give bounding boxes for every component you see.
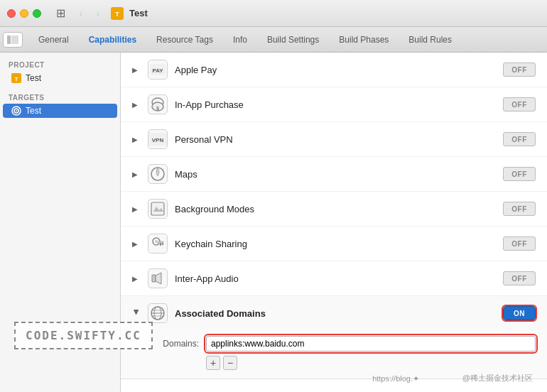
maps-icon — [148, 164, 168, 184]
content-panel: ▶ PAY Apple Pay OFF ▶ — [121, 53, 547, 392]
apple-pay-icon: PAY — [148, 60, 168, 80]
apple-pay-toggle[interactable]: OFF — [503, 62, 536, 77]
expand-vpn-arrow[interactable]: ▶ — [132, 136, 141, 143]
watermark: CODE.SWIFTY.CC — [14, 322, 153, 349]
expand-bg-modes-arrow[interactable]: ▶ — [132, 205, 141, 213]
capability-keychain-row: ▶ Keychain Sharing OFF — [121, 227, 547, 261]
attribution1: https://blog.✦ — [372, 374, 419, 383]
expand-keychain-arrow[interactable]: ▶ — [132, 240, 141, 248]
close-button[interactable] — [7, 9, 16, 18]
add-domain-button[interactable]: + — [206, 356, 220, 370]
bg-modes-toggle[interactable]: OFF — [503, 202, 536, 216]
main-wrapper: PROJECT T Test TARGETS — [0, 53, 547, 392]
traffic-lights — [7, 9, 41, 18]
minimize-button[interactable] — [20, 9, 28, 18]
iap-icon: $ — [148, 94, 168, 114]
forward-arrow[interactable]: › — [91, 6, 105, 21]
domains-label: Associated Domains — [175, 308, 496, 319]
domains-expanded-section: Domains: + − — [121, 330, 547, 379]
vpn-label: Personal VPN — [175, 134, 496, 145]
capability-iap-row: ▶ $ In-App Purchase OFF — [121, 87, 547, 122]
vpn-icon: VPN — [148, 129, 168, 149]
expand-apple-pay-arrow[interactable]: ▶ — [132, 66, 141, 74]
svg-rect-22 — [160, 243, 161, 246]
tab-resource-tags[interactable]: Resource Tags — [146, 32, 223, 48]
tab-general[interactable]: General — [28, 32, 79, 48]
titlebar: ⊞ ‹ › T Test — [0, 0, 547, 27]
project-name: Test — [26, 73, 41, 83]
window-title: Test — [129, 8, 148, 18]
tab-build-rules[interactable]: Build Rules — [399, 32, 462, 48]
audio-label: Inter-App Audio — [175, 273, 496, 284]
tab-info[interactable]: Info — [223, 32, 257, 48]
targets-section-label: TARGETS — [0, 91, 120, 103]
capability-apple-pay-row: ▶ PAY Apple Pay OFF — [121, 53, 547, 87]
project-file-icon: T — [11, 73, 21, 83]
vpn-toggle[interactable]: OFF — [503, 132, 536, 146]
tab-build-settings[interactable]: Build Settings — [257, 32, 329, 48]
svg-rect-21 — [162, 243, 163, 245]
svg-text:VPN: VPN — [152, 137, 164, 143]
domains-icon — [148, 303, 168, 323]
expand-maps-arrow[interactable]: ▶ — [132, 170, 141, 178]
back-arrow[interactable]: ‹ — [74, 6, 88, 21]
maps-toggle[interactable]: OFF — [503, 167, 536, 181]
capability-vpn-row: ▶ VPN Personal VPN OFF — [121, 122, 547, 157]
domains-toggle[interactable]: ON — [503, 306, 536, 320]
remove-domain-button[interactable]: − — [223, 356, 237, 370]
tabbar: General Capabilities Resource Tags Info … — [0, 27, 547, 53]
grid-icon[interactable]: ⊞ — [53, 6, 68, 21]
nav-arrows: ‹ › — [74, 6, 105, 21]
svg-text:PAY: PAY — [152, 67, 163, 74]
apple-pay-label: Apple Pay — [175, 65, 496, 75]
sidebar-item-target-test[interactable]: Test — [3, 104, 117, 118]
tab-build-phases[interactable]: Build Phases — [329, 32, 399, 48]
fullscreen-button[interactable] — [33, 9, 41, 18]
svg-point-19 — [155, 240, 158, 243]
svg-rect-23 — [152, 275, 156, 282]
expand-domains-arrow[interactable]: ▶ — [133, 309, 141, 317]
capability-audio-row: ▶ Inter-App Audio OFF — [121, 261, 547, 296]
bg-modes-label: Background Modes — [175, 204, 496, 214]
svg-point-8 — [16, 110, 17, 111]
target-name: Test — [26, 106, 41, 116]
svg-text:$: $ — [156, 106, 159, 111]
domains-input[interactable] — [206, 336, 536, 352]
audio-icon — [148, 268, 168, 288]
target-icon — [11, 106, 21, 116]
expand-iap-arrow[interactable]: ▶ — [132, 101, 141, 109]
domains-input-row: Domains: — [156, 336, 536, 352]
keychain-label: Keychain Sharing — [175, 239, 496, 249]
capability-domains-row: ▶ Associated Domains ON — [121, 296, 547, 330]
iap-label: In-App Purchase — [175, 99, 496, 110]
audio-toggle[interactable]: OFF — [503, 271, 536, 285]
tab-capabilities[interactable]: Capabilities — [79, 32, 146, 48]
capability-maps-row: ▶ Maps OFF — [121, 157, 547, 192]
maps-label: Maps — [175, 169, 496, 180]
svg-rect-2 — [7, 36, 11, 44]
domains-field-label: Domains: — [156, 339, 199, 349]
svg-text:T: T — [115, 11, 119, 18]
attribution2: @稀土掘金技术社区 — [462, 373, 533, 383]
project-icon: T — [111, 7, 124, 20]
keychain-icon — [148, 234, 168, 254]
domains-buttons: + − — [206, 356, 536, 370]
svg-rect-3 — [11, 36, 18, 44]
sidebar-toggle-button[interactable] — [3, 32, 23, 48]
svg-text:T: T — [15, 76, 18, 82]
keychain-toggle[interactable]: OFF — [503, 236, 536, 251]
bg-modes-icon — [148, 199, 168, 219]
sidebar-item-project-test[interactable]: T Test — [3, 71, 117, 85]
project-section-label: PROJECT — [0, 58, 120, 70]
iap-toggle[interactable]: OFF — [503, 97, 536, 111]
expand-audio-arrow[interactable]: ▶ — [132, 275, 141, 283]
capability-bg-modes-row: ▶ Background Modes OFF — [121, 192, 547, 227]
